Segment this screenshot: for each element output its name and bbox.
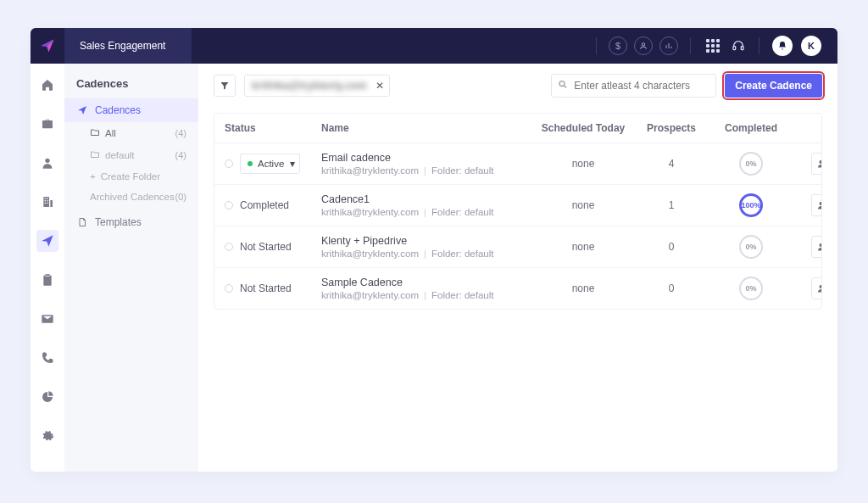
scheduled-cell: none xyxy=(537,241,630,253)
add-prospect-button[interactable] xyxy=(811,153,822,175)
logo[interactable] xyxy=(31,28,64,64)
sidebar-sub-archived[interactable]: Archived Cadences (0) xyxy=(64,187,198,207)
status-label: Completed xyxy=(240,199,289,211)
close-icon[interactable]: ✕ xyxy=(376,80,384,92)
filter-button[interactable] xyxy=(214,75,236,97)
building-icon[interactable] xyxy=(36,191,58,213)
sidebar-sub-count: (4) xyxy=(175,150,186,160)
cadences-nav-icon[interactable] xyxy=(36,230,58,252)
status-cell: Completed xyxy=(225,199,318,211)
body: Cadences Cadences All (4) xyxy=(31,64,837,472)
progress-ring: 0% xyxy=(739,152,763,176)
cadence-name[interactable]: Email cadence xyxy=(321,152,533,164)
cadence-name[interactable]: Klenty + Pipedrive xyxy=(321,235,533,247)
add-prospect-button[interactable] xyxy=(811,236,822,258)
table-header: Status Name Scheduled Today Prospects Co… xyxy=(214,114,821,143)
clipboard-icon[interactable] xyxy=(36,269,58,291)
cadence-owner: krithika@tryklenty.com xyxy=(321,165,419,176)
user-plus-icon xyxy=(817,242,822,252)
app-title-label: Sales Engagement xyxy=(80,40,165,52)
person-icon[interactable] xyxy=(36,152,58,174)
search-input[interactable] xyxy=(551,74,716,98)
nav-rail xyxy=(31,64,64,472)
home-icon[interactable] xyxy=(36,74,58,96)
filter-chip: krithika@tryklenty.com ✕ xyxy=(244,75,390,97)
cadence-owner: krithika@tryklenty.com xyxy=(321,207,419,217)
scheduled-cell: none xyxy=(537,158,630,170)
analytics-icon[interactable] xyxy=(659,36,678,55)
row-actions xyxy=(793,153,822,175)
sidebar-item-templates[interactable]: Templates xyxy=(64,210,198,234)
status-cell: Not Started xyxy=(225,282,318,294)
bell-button[interactable] xyxy=(772,36,793,56)
app-frame: Sales Engagement $ K xyxy=(31,28,837,472)
topbar: Sales Engagement $ K xyxy=(31,28,837,64)
table-row[interactable]: Active▾Email cadencekrithika@tryklenty.c… xyxy=(214,143,821,185)
search-icon xyxy=(558,80,568,92)
add-prospect-button[interactable] xyxy=(811,194,822,216)
cadence-name[interactable]: Sample Cadence xyxy=(321,277,533,288)
row-actions xyxy=(793,194,822,216)
cadence-name[interactable]: Cadence1 xyxy=(321,193,533,205)
chevron-down-icon: ▾ xyxy=(290,158,295,170)
status-dropdown[interactable]: Active▾ xyxy=(240,154,300,174)
search-wrap xyxy=(551,74,716,98)
row-radio[interactable] xyxy=(225,201,233,210)
svg-point-17 xyxy=(820,285,823,288)
cadence-folder: Folder: default xyxy=(431,165,494,176)
col-prospects: Prospects xyxy=(633,122,709,134)
sidebar-item-label: Cadences xyxy=(95,104,141,116)
sidebar-sub-count: (0) xyxy=(175,192,186,202)
status-cell: Active▾ xyxy=(225,154,318,174)
app-title: Sales Engagement xyxy=(64,28,192,64)
svg-point-0 xyxy=(642,43,644,46)
paper-plane-icon xyxy=(40,38,55,53)
col-status: Status xyxy=(225,122,318,134)
cadence-owner: krithika@tryklenty.com xyxy=(321,290,419,300)
scheduled-cell: none xyxy=(537,199,630,211)
sidebar-sub-all[interactable]: All (4) xyxy=(64,122,198,144)
col-completed: Completed xyxy=(713,122,789,134)
content: krithika@tryklenty.com ✕ Create Cadence … xyxy=(198,64,837,472)
avatar-letter: K xyxy=(808,41,815,51)
report-icon[interactable] xyxy=(36,386,58,408)
table-row[interactable]: Not StartedSample Cadencekrithika@trykle… xyxy=(214,268,821,309)
funnel-icon xyxy=(220,81,230,91)
sidebar-sub-create-folder[interactable]: + Create Folder xyxy=(64,166,198,187)
row-radio[interactable] xyxy=(225,284,233,293)
settings-icon[interactable] xyxy=(36,425,58,447)
cadence-folder: Folder: default xyxy=(431,290,494,300)
table-row[interactable]: CompletedCadence1krithika@tryklenty.com|… xyxy=(214,185,821,226)
user-circle-icon[interactable] xyxy=(634,36,653,55)
sidebar-item-cadences[interactable]: Cadences xyxy=(64,98,198,122)
sidebar-sub-label: All xyxy=(105,128,116,138)
prospects-cell: 0 xyxy=(633,241,709,253)
sidebar-sub-default[interactable]: default (4) xyxy=(64,144,198,166)
cadence-folder: Folder: default xyxy=(431,249,494,259)
active-dot-icon xyxy=(248,161,253,166)
status-label: Active xyxy=(258,159,284,169)
phone-icon[interactable] xyxy=(36,347,58,369)
avatar[interactable]: K xyxy=(801,36,821,56)
user-plus-icon xyxy=(817,159,822,169)
doc-icon xyxy=(76,216,88,228)
svg-point-9 xyxy=(820,202,823,205)
plus-icon: + xyxy=(90,171,96,182)
dialpad-icon[interactable] xyxy=(706,39,720,53)
briefcase-icon[interactable] xyxy=(36,113,58,135)
mail-icon[interactable] xyxy=(36,308,58,330)
sidebar-title: Cadences xyxy=(64,74,198,98)
dollar-icon[interactable]: $ xyxy=(609,36,627,55)
status-label: Not Started xyxy=(240,241,292,253)
add-prospect-button[interactable] xyxy=(811,277,822,299)
create-cadence-button[interactable]: Create Cadence xyxy=(725,74,822,98)
col-scheduled: Scheduled Today xyxy=(537,122,630,134)
status-label: Not Started xyxy=(240,282,292,294)
row-radio[interactable] xyxy=(225,159,233,168)
row-radio[interactable] xyxy=(225,243,233,251)
col-name: Name xyxy=(321,122,533,134)
folder-icon xyxy=(90,127,100,139)
status-cell: Not Started xyxy=(225,241,318,253)
headset-icon[interactable] xyxy=(732,39,745,53)
table-row[interactable]: Not StartedKlenty + Pipedrivekrithika@tr… xyxy=(214,226,821,268)
